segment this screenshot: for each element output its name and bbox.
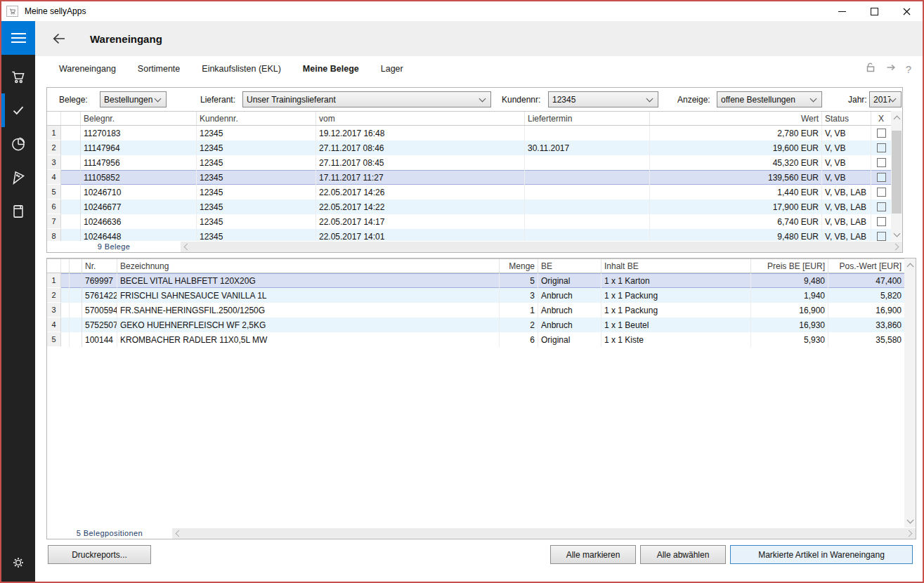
cell-status: V, VB: [822, 170, 871, 185]
scroll-left-icon[interactable]: [184, 243, 191, 250]
scroll-left-icon[interactable]: [176, 530, 183, 537]
sidebar-item-settings[interactable]: [1, 546, 35, 579]
sidebar-item-reports[interactable]: [1, 127, 35, 161]
orders-vscrollbar[interactable]: [891, 111, 902, 241]
jahr-value: 2017: [873, 95, 890, 105]
menu-button[interactable]: [1, 21, 35, 55]
order-row[interactable]: 2111479641234527.11.2017 08:4630.11.2017…: [47, 140, 891, 155]
scroll-down-icon[interactable]: [891, 229, 902, 240]
order-row[interactable]: 7102466361234522.05.2017 14:176,740 EURV…: [47, 214, 891, 229]
scroll-up-icon[interactable]: [904, 260, 916, 270]
scroll-down-icon[interactable]: [904, 516, 916, 526]
row-number: 3: [47, 155, 61, 170]
scroll-right-icon[interactable]: [892, 243, 899, 250]
sidebar-item-offers[interactable]: [1, 161, 35, 195]
positions-count-label: 5 Belegpositionen: [47, 529, 172, 537]
back-button[interactable]: [51, 30, 67, 47]
cell-belegnr: 11147956: [81, 155, 197, 170]
positions-hscrollbar[interactable]: [172, 528, 916, 539]
forward-button[interactable]: [885, 62, 897, 76]
position-row[interactable]: 1769997BECEL VITAL HALBFETT 120X20G5Orig…: [47, 273, 904, 288]
alle-abwaehlen-button[interactable]: Alle abwählen: [640, 545, 726, 564]
positions-col-bezeichnung: Bezeichnung: [117, 259, 500, 273]
unlock-button[interactable]: [865, 62, 876, 76]
jahr-label: Jahr:: [848, 95, 867, 105]
sidebar: [1, 21, 35, 582]
row-spacer: [61, 288, 70, 303]
maximize-button[interactable]: [858, 1, 890, 21]
row-checkbox[interactable]: [877, 232, 886, 241]
cell-belegnr: 11147964: [81, 140, 197, 155]
belege-value: Bestellungen: [104, 95, 155, 105]
header-gutter: [47, 259, 61, 273]
order-row[interactable]: 8102464481234522.05.2017 14:019,480 EURV…: [47, 229, 891, 241]
window-title: Meine sellyApps: [25, 6, 86, 16]
row-checkbox[interactable]: [877, 129, 886, 138]
cell-liefertermin: [525, 155, 650, 170]
positions-vscrollbar[interactable]: [904, 258, 916, 528]
row-checkbox[interactable]: [877, 188, 886, 197]
row-spacer: [70, 317, 82, 332]
minimize-button[interactable]: [826, 1, 858, 21]
druckreports-button[interactable]: Druckreports...: [48, 545, 151, 564]
row-spacer: [61, 214, 81, 229]
cell-wert: 9,480 EUR: [650, 229, 822, 241]
tab-einkaufslisten-ekl[interactable]: Einkaufslisten (EKL): [202, 64, 281, 74]
flag-icon: [9, 169, 27, 187]
cell-bezeichnung: FR.SAHNE-HERINGSFIL.2500/1250G: [117, 303, 500, 317]
kundennr-select[interactable]: 12345: [548, 91, 658, 107]
order-row[interactable]: 6102466771234522.05.2017 14:2217,900 EUR…: [47, 199, 891, 214]
scrollbar-thumb[interactable]: [892, 131, 902, 214]
row-checkbox[interactable]: [877, 173, 886, 182]
tab-meine-belege[interactable]: Meine Belege: [303, 64, 359, 74]
jahr-select[interactable]: 2017: [869, 91, 902, 107]
row-checkbox[interactable]: [877, 143, 886, 152]
cell-menge: 3: [500, 288, 538, 303]
tab-sortimente[interactable]: Sortimente: [138, 64, 180, 74]
scroll-right-icon[interactable]: [906, 530, 913, 537]
chevron-down-icon: [810, 96, 817, 103]
position-row[interactable]: 35700594FR.SAHNE-HERINGSFIL.2500/1250G1A…: [47, 303, 904, 317]
tab-lager[interactable]: Lager: [381, 64, 403, 74]
row-spacer: [61, 332, 70, 347]
position-row[interactable]: 5100144KROMBACHER RADLER 11X0,5L MW6Orig…: [47, 332, 904, 347]
order-row[interactable]: 5102467101234522.05.2017 14:261,440 EURV…: [47, 185, 891, 199]
order-row[interactable]: 3111479561234527.11.2017 08:4545,320 EUR…: [47, 155, 891, 170]
row-spacer: [61, 126, 81, 140]
cell-liefertermin: [525, 185, 650, 199]
row-spacer: [70, 303, 82, 317]
anzeige-select[interactable]: offene Bestellungen: [717, 91, 822, 107]
cell-x: [871, 214, 891, 229]
cell-inhalt: 1 x 1 Karton: [601, 273, 751, 288]
row-checkbox[interactable]: [877, 217, 886, 226]
markierte-artikel-button[interactable]: Markierte Artikel in Wareneingang: [730, 545, 913, 564]
alle-markieren-button[interactable]: Alle markieren: [550, 545, 636, 564]
cell-poswert: 33,860: [828, 317, 904, 332]
chevron-down-icon: [890, 96, 897, 103]
row-checkbox[interactable]: [877, 202, 886, 211]
app-window: Meine sellyApps: [0, 0, 924, 583]
header-spacer: [70, 259, 82, 273]
positions-col-poswert: Pos.-Wert [EUR]: [828, 259, 904, 273]
order-row[interactable]: 4111058521234517.11.2017 11:27139,560 EU…: [47, 170, 891, 185]
sidebar-item-shop[interactable]: [1, 60, 35, 93]
tab-wareneingang[interactable]: Wareneingang: [59, 64, 116, 74]
close-button[interactable]: [890, 1, 923, 21]
cell-menge: 6: [500, 332, 538, 347]
position-row[interactable]: 45752507GEKO HUEHNERFLEISCH WF 2,5KG2Anb…: [47, 317, 904, 332]
belege-select[interactable]: Bestellungen: [100, 91, 167, 107]
row-checkbox[interactable]: [877, 158, 886, 167]
help-button[interactable]: ?: [906, 63, 911, 75]
orders-hscrollbar[interactable]: [181, 242, 902, 252]
cell-kundennr: 12345: [197, 229, 316, 241]
scroll-up-icon[interactable]: [891, 112, 902, 123]
cell-wert: 1,440 EUR: [650, 185, 822, 199]
position-row[interactable]: 25761422FRISCHLI SAHNESAUCE VANILLA 1L3A…: [47, 288, 904, 303]
cell-belegnr: 10246448: [81, 229, 197, 241]
sidebar-item-catalog[interactable]: [1, 195, 35, 228]
sidebar-item-orders[interactable]: [1, 93, 35, 127]
cart-icon: [9, 67, 27, 86]
row-number: 4: [47, 170, 61, 185]
order-row[interactable]: 1112701831234519.12.2017 16:482,780 EURV…: [47, 126, 891, 140]
lieferant-select[interactable]: Unser Trainingslieferant: [242, 91, 491, 107]
